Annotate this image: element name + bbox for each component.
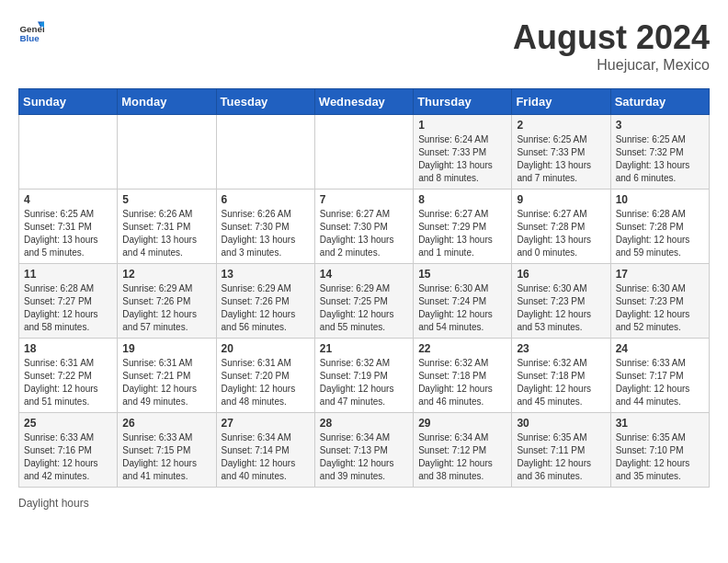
day-number: 29: [418, 417, 506, 430]
day-info: Sunrise: 6:32 AM Sunset: 7:19 PM Dayligh…: [320, 357, 408, 408]
calendar-cell: [314, 115, 413, 190]
day-number: 9: [517, 193, 605, 206]
day-info: Sunrise: 6:30 AM Sunset: 7:23 PM Dayligh…: [517, 282, 605, 334]
day-info: Sunrise: 6:33 AM Sunset: 7:15 PM Dayligh…: [122, 431, 210, 483]
day-number: 30: [517, 417, 605, 430]
day-number: 3: [616, 119, 704, 132]
day-number: 7: [320, 193, 408, 206]
calendar-cell: 8Sunrise: 6:27 AM Sunset: 7:29 PM Daylig…: [414, 190, 512, 264]
day-info: Sunrise: 6:32 AM Sunset: 7:18 PM Dayligh…: [418, 357, 506, 408]
day-info: Sunrise: 6:25 AM Sunset: 7:33 PM Dayligh…: [517, 133, 605, 185]
svg-text:Blue: Blue: [19, 33, 40, 43]
month-year: August 2024: [513, 18, 710, 57]
calendar-cell: 14Sunrise: 6:29 AM Sunset: 7:25 PM Dayli…: [314, 264, 413, 339]
calendar-cell: 19Sunrise: 6:31 AM Sunset: 7:21 PM Dayli…: [118, 339, 216, 413]
logo: General Blue: [18, 18, 44, 44]
day-number: 8: [418, 193, 506, 206]
day-number: 4: [24, 193, 112, 206]
day-info: Sunrise: 6:29 AM Sunset: 7:25 PM Dayligh…: [320, 282, 408, 334]
day-number: 31: [616, 417, 704, 430]
calendar-cell: 15Sunrise: 6:30 AM Sunset: 7:24 PM Dayli…: [414, 264, 512, 339]
calendar-cell: [118, 115, 216, 190]
footer: Daylight hours: [18, 497, 710, 510]
day-number: 18: [24, 342, 112, 355]
calendar-cell: 2Sunrise: 6:25 AM Sunset: 7:33 PM Daylig…: [512, 115, 610, 190]
day-info: Sunrise: 6:30 AM Sunset: 7:24 PM Dayligh…: [418, 282, 506, 334]
calendar-cell: 10Sunrise: 6:28 AM Sunset: 7:28 PM Dayli…: [610, 190, 709, 264]
day-number: 12: [122, 268, 210, 281]
calendar-cell: 27Sunrise: 6:34 AM Sunset: 7:14 PM Dayli…: [216, 413, 314, 488]
calendar-cell: 28Sunrise: 6:34 AM Sunset: 7:13 PM Dayli…: [314, 413, 413, 488]
weekday-header-tuesday: Tuesday: [216, 89, 314, 115]
day-info: Sunrise: 6:26 AM Sunset: 7:31 PM Dayligh…: [122, 208, 210, 259]
calendar-cell: 26Sunrise: 6:33 AM Sunset: 7:15 PM Dayli…: [118, 413, 216, 488]
day-info: Sunrise: 6:26 AM Sunset: 7:30 PM Dayligh…: [222, 208, 310, 259]
day-info: Sunrise: 6:35 AM Sunset: 7:11 PM Dayligh…: [517, 431, 605, 483]
day-number: 21: [320, 342, 408, 355]
day-info: Sunrise: 6:25 AM Sunset: 7:32 PM Dayligh…: [616, 133, 704, 185]
day-number: 6: [222, 193, 310, 206]
day-number: 28: [320, 417, 408, 430]
day-info: Sunrise: 6:27 AM Sunset: 7:29 PM Dayligh…: [418, 208, 506, 259]
calendar-cell: 25Sunrise: 6:33 AM Sunset: 7:16 PM Dayli…: [19, 413, 118, 488]
day-number: 25: [24, 417, 112, 430]
calendar-cell: 5Sunrise: 6:26 AM Sunset: 7:31 PM Daylig…: [118, 190, 216, 264]
calendar-cell: [216, 115, 314, 190]
weekday-header-sunday: Sunday: [19, 89, 118, 115]
calendar-cell: [19, 115, 118, 190]
calendar-cell: 30Sunrise: 6:35 AM Sunset: 7:11 PM Dayli…: [512, 413, 610, 488]
calendar-cell: 20Sunrise: 6:31 AM Sunset: 7:20 PM Dayli…: [216, 339, 314, 413]
day-info: Sunrise: 6:34 AM Sunset: 7:13 PM Dayligh…: [320, 431, 408, 483]
weekday-header-friday: Friday: [512, 89, 610, 115]
calendar-cell: 21Sunrise: 6:32 AM Sunset: 7:19 PM Dayli…: [314, 339, 413, 413]
day-number: 19: [122, 342, 210, 355]
day-number: 24: [616, 342, 704, 355]
day-info: Sunrise: 6:31 AM Sunset: 7:21 PM Dayligh…: [122, 357, 210, 408]
weekday-header-wednesday: Wednesday: [314, 89, 413, 115]
day-number: 2: [517, 119, 605, 132]
day-number: 23: [517, 342, 605, 355]
day-info: Sunrise: 6:27 AM Sunset: 7:28 PM Dayligh…: [517, 208, 605, 259]
day-number: 1: [418, 119, 506, 132]
calendar-cell: 12Sunrise: 6:29 AM Sunset: 7:26 PM Dayli…: [118, 264, 216, 339]
day-info: Sunrise: 6:29 AM Sunset: 7:26 PM Dayligh…: [222, 282, 310, 334]
day-info: Sunrise: 6:34 AM Sunset: 7:14 PM Dayligh…: [222, 431, 310, 483]
calendar-cell: 6Sunrise: 6:26 AM Sunset: 7:30 PM Daylig…: [216, 190, 314, 264]
day-info: Sunrise: 6:32 AM Sunset: 7:18 PM Dayligh…: [517, 357, 605, 408]
calendar-cell: 18Sunrise: 6:31 AM Sunset: 7:22 PM Dayli…: [19, 339, 118, 413]
calendar-cell: 9Sunrise: 6:27 AM Sunset: 7:28 PM Daylig…: [512, 190, 610, 264]
calendar-cell: 3Sunrise: 6:25 AM Sunset: 7:32 PM Daylig…: [610, 115, 709, 190]
day-info: Sunrise: 6:25 AM Sunset: 7:31 PM Dayligh…: [24, 208, 112, 259]
day-number: 11: [24, 268, 112, 281]
day-info: Sunrise: 6:35 AM Sunset: 7:10 PM Dayligh…: [616, 431, 704, 483]
calendar-cell: 1Sunrise: 6:24 AM Sunset: 7:33 PM Daylig…: [414, 115, 512, 190]
calendar-cell: 17Sunrise: 6:30 AM Sunset: 7:23 PM Dayli…: [610, 264, 709, 339]
weekday-header-monday: Monday: [118, 89, 216, 115]
day-info: Sunrise: 6:28 AM Sunset: 7:27 PM Dayligh…: [24, 282, 112, 334]
day-number: 10: [616, 193, 704, 206]
day-number: 27: [222, 417, 310, 430]
day-number: 14: [320, 268, 408, 281]
calendar-cell: 23Sunrise: 6:32 AM Sunset: 7:18 PM Dayli…: [512, 339, 610, 413]
location: Huejucar, Mexico: [513, 57, 710, 74]
day-number: 26: [122, 417, 210, 430]
day-info: Sunrise: 6:28 AM Sunset: 7:28 PM Dayligh…: [616, 208, 704, 259]
weekday-header-thursday: Thursday: [414, 89, 512, 115]
day-info: Sunrise: 6:34 AM Sunset: 7:12 PM Dayligh…: [418, 431, 506, 483]
calendar-cell: 22Sunrise: 6:32 AM Sunset: 7:18 PM Dayli…: [414, 339, 512, 413]
day-info: Sunrise: 6:24 AM Sunset: 7:33 PM Dayligh…: [418, 133, 506, 185]
weekday-header-saturday: Saturday: [610, 89, 709, 115]
calendar-cell: 31Sunrise: 6:35 AM Sunset: 7:10 PM Dayli…: [610, 413, 709, 488]
calendar-cell: 29Sunrise: 6:34 AM Sunset: 7:12 PM Dayli…: [414, 413, 512, 488]
calendar-cell: 7Sunrise: 6:27 AM Sunset: 7:30 PM Daylig…: [314, 190, 413, 264]
day-info: Sunrise: 6:30 AM Sunset: 7:23 PM Dayligh…: [616, 282, 704, 334]
day-info: Sunrise: 6:31 AM Sunset: 7:22 PM Dayligh…: [24, 357, 112, 408]
daylight-hours-label: Daylight hours: [18, 497, 89, 510]
logo-icon: General Blue: [18, 18, 44, 44]
day-number: 17: [616, 268, 704, 281]
day-number: 5: [122, 193, 210, 206]
calendar-cell: 11Sunrise: 6:28 AM Sunset: 7:27 PM Dayli…: [19, 264, 118, 339]
day-number: 20: [222, 342, 310, 355]
day-info: Sunrise: 6:27 AM Sunset: 7:30 PM Dayligh…: [320, 208, 408, 259]
day-number: 16: [517, 268, 605, 281]
